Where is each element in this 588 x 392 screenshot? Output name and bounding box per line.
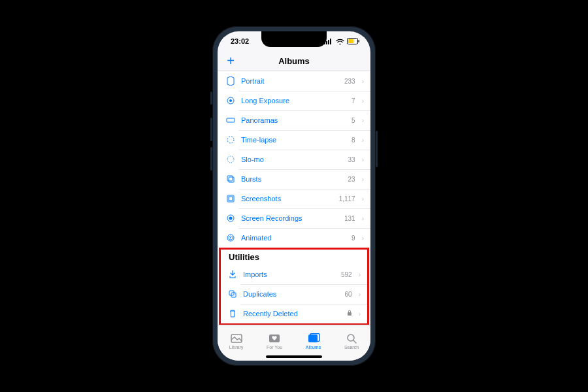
plus-icon: +	[227, 54, 235, 68]
stage: 23:02 + Albums	[0, 0, 588, 392]
chevron-right-icon: ›	[359, 271, 361, 278]
chevron-right-icon: ›	[362, 215, 364, 222]
tab-for-you[interactable]: For You	[267, 333, 282, 350]
long-exposure-icon	[225, 95, 236, 106]
tab-search[interactable]: Search	[344, 333, 359, 350]
row-count: 23	[348, 176, 355, 183]
chevron-right-icon: ›	[362, 137, 364, 144]
row-label: Bursts	[241, 175, 343, 183]
svg-line-29	[353, 340, 356, 343]
tab-library[interactable]: Library	[229, 333, 243, 350]
row-imports[interactable]: Imports 592 ›	[221, 265, 367, 284]
tab-label: Search	[344, 345, 359, 350]
wifi-icon	[336, 39, 344, 44]
row-long-exposure[interactable]: Long Exposure 7 ›	[218, 91, 370, 110]
screen-recordings-icon	[225, 213, 236, 223]
lock-icon	[347, 310, 352, 318]
svg-rect-9	[227, 118, 235, 122]
row-slo-mo[interactable]: Slo-mo 33 ›	[218, 150, 370, 169]
row-count: 8	[351, 137, 355, 144]
svg-rect-15	[229, 197, 233, 201]
content-scroll[interactable]: Portrait 233 › Long Exposure 7 ›	[218, 71, 370, 325]
row-screenshots[interactable]: Screenshots 1,117 ›	[218, 189, 370, 208]
volume-up-button	[210, 118, 212, 141]
nav-bar: + Albums	[218, 51, 370, 71]
tab-albums[interactable]: Albums	[306, 333, 321, 350]
row-panoramas[interactable]: Panoramas 5 ›	[218, 110, 370, 130]
row-recently-deleted[interactable]: Recently Deleted ›	[221, 304, 367, 323]
row-label: Duplicates	[243, 290, 340, 298]
chevron-right-icon: ›	[362, 195, 364, 203]
status-time: 23:02	[231, 37, 249, 45]
notch	[261, 31, 327, 47]
time-lapse-icon	[225, 135, 236, 145]
svg-point-10	[227, 137, 234, 143]
svg-point-11	[227, 156, 234, 163]
row-bursts[interactable]: Bursts 23 ›	[218, 169, 370, 189]
tab-label: Library	[229, 345, 243, 350]
row-label: Animated	[241, 234, 346, 242]
battery-icon	[347, 38, 360, 44]
svg-rect-3	[330, 39, 331, 44]
utilities-highlight: Utilities Imports 592 › Duplicates	[219, 248, 369, 325]
row-label: Long Exposure	[241, 97, 346, 105]
duplicates-icon	[227, 289, 238, 299]
chevron-right-icon: ›	[362, 235, 364, 242]
row-portrait[interactable]: Portrait 233 ›	[218, 71, 370, 91]
row-label: Imports	[243, 270, 336, 278]
row-label: Recently Deleted	[243, 310, 342, 318]
chevron-right-icon: ›	[362, 117, 364, 124]
row-time-lapse[interactable]: Time-lapse 8 ›	[218, 130, 370, 150]
row-label: Screenshots	[241, 195, 334, 203]
albums-icon	[307, 333, 320, 344]
row-duplicates[interactable]: Duplicates 60 ›	[221, 284, 367, 304]
volume-down-button	[210, 147, 212, 171]
row-animated[interactable]: Animated 9 ›	[218, 228, 370, 248]
library-icon	[230, 333, 243, 344]
chevron-right-icon: ›	[359, 291, 361, 298]
status-right	[324, 38, 360, 44]
row-count: 131	[344, 215, 355, 222]
row-count: 33	[348, 156, 355, 163]
search-icon	[345, 333, 358, 344]
row-count: 5	[351, 117, 355, 124]
tab-label: For You	[267, 345, 282, 350]
svg-rect-12	[227, 176, 233, 181]
phone-frame: 23:02 + Albums	[212, 26, 376, 366]
svg-point-19	[230, 237, 231, 238]
row-count: 60	[345, 291, 352, 298]
add-album-button[interactable]: +	[218, 51, 244, 71]
chevron-right-icon: ›	[362, 78, 364, 85]
chevron-right-icon: ›	[359, 310, 361, 318]
tab-label: Albums	[306, 345, 321, 350]
utilities-header: Utilities	[221, 250, 367, 265]
chevron-right-icon: ›	[362, 176, 364, 183]
screenshots-icon	[225, 193, 236, 204]
trash-icon	[227, 308, 238, 319]
power-button	[376, 131, 378, 167]
media-types-group: Portrait 233 › Long Exposure 7 ›	[218, 71, 370, 248]
row-count: 592	[341, 271, 352, 278]
svg-rect-5	[359, 40, 360, 42]
chevron-right-icon: ›	[362, 156, 364, 163]
row-count: 1,117	[339, 195, 355, 203]
svg-point-17	[229, 217, 233, 220]
svg-rect-2	[328, 40, 329, 44]
row-label: Panoramas	[241, 116, 346, 124]
svg-rect-1	[326, 41, 327, 44]
svg-rect-6	[348, 39, 353, 43]
animated-icon	[225, 233, 236, 243]
bursts-icon	[225, 174, 236, 184]
home-indicator[interactable]	[266, 355, 322, 358]
for-you-icon	[268, 333, 281, 344]
svg-rect-23	[348, 312, 351, 316]
row-label: Slo-mo	[241, 155, 343, 163]
row-screen-recordings[interactable]: Screen Recordings 131 ›	[218, 208, 370, 228]
slo-mo-icon	[225, 154, 236, 165]
svg-point-8	[229, 99, 232, 102]
chevron-right-icon: ›	[362, 97, 364, 105]
screen: 23:02 + Albums	[218, 31, 370, 361]
mute-switch	[210, 91, 212, 105]
row-label: Time-lapse	[241, 136, 346, 144]
row-count: 233	[344, 78, 355, 85]
